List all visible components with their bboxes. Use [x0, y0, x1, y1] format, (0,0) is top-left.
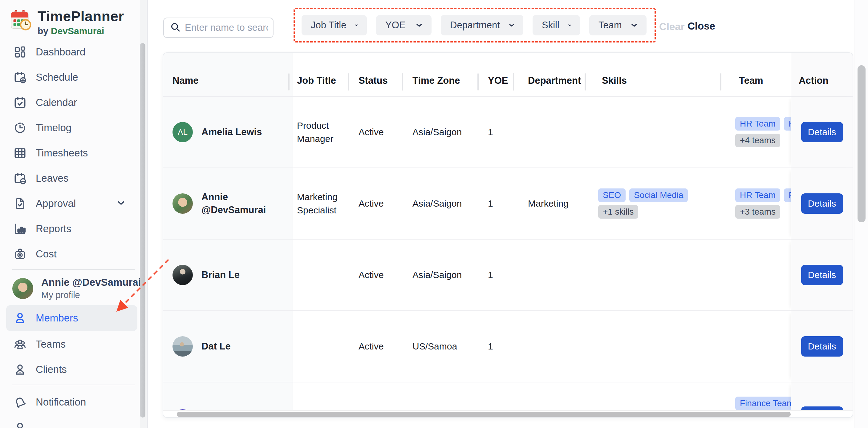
- calendar-check-icon: [13, 96, 27, 109]
- job-title-cell: Product Manager: [293, 383, 355, 411]
- table-grid-icon: [13, 146, 27, 160]
- member-name: Dat Le: [202, 340, 231, 353]
- status-cell: Active: [355, 97, 409, 167]
- profile-name: Annie @DevSamurai: [41, 276, 141, 288]
- people-group-icon: [13, 338, 27, 351]
- sidebar-item-clients[interactable]: Clients: [0, 357, 147, 382]
- member-name-cell: Dat Le: [163, 311, 293, 382]
- column-header-skills[interactable]: Skills: [598, 53, 735, 96]
- sidebar-item-notification[interactable]: Notification: [0, 390, 147, 415]
- header-separator: [477, 73, 479, 91]
- table-row: Brian Le Active Asia/Saigon 1 Details: [163, 239, 852, 310]
- sidebar-item-approval[interactable]: Approval: [0, 191, 147, 216]
- app-byline: byDevSamurai: [38, 26, 124, 36]
- column-header-department[interactable]: Department: [524, 53, 598, 96]
- member-name-cell: [163, 383, 293, 411]
- profile-block[interactable]: Annie @DevSamurai My profile: [0, 271, 147, 304]
- more-teams-badge: +3 teams: [735, 205, 780, 219]
- member-name-cell: Annie @DevSamurai: [163, 168, 293, 239]
- chevron-down-icon[interactable]: [116, 198, 126, 209]
- sidebar-item-label: Timelog: [36, 122, 71, 134]
- department-cell: Marketing: [524, 168, 598, 239]
- sidebar-item-timesheets[interactable]: Timesheets: [0, 140, 147, 166]
- status-cell: Active: [355, 168, 409, 239]
- sidebar-item-cost[interactable]: Cost: [0, 241, 147, 267]
- horizontal-scrollbar-thumb[interactable]: [177, 412, 791, 417]
- skill-chip: SEO: [598, 189, 626, 202]
- member-name: Amelia Lewis: [202, 126, 262, 138]
- window-scrollbar-thumb[interactable]: [858, 65, 866, 222]
- column-header-name[interactable]: Name: [163, 53, 293, 96]
- action-cell: Details: [791, 311, 852, 382]
- sidebar-item-calendar[interactable]: Calendar: [0, 90, 147, 115]
- column-header-job-title[interactable]: Job Title: [293, 53, 355, 96]
- filter-skill[interactable]: Skill: [533, 15, 580, 35]
- table-row: AL Amelia Lewis Product Manager Active A…: [163, 96, 852, 167]
- sidebar-item-leaves[interactable]: Leaves: [0, 166, 147, 191]
- team-chip: Finance Team: [735, 397, 791, 410]
- table-viewport: Name Job Title Status Time Zone YOE Depa…: [163, 53, 852, 411]
- sidebar-item-timelog[interactable]: Timelog: [0, 115, 147, 140]
- action-cell: Details: [791, 383, 852, 411]
- sidebar-item-partial[interactable]: [0, 415, 147, 428]
- details-button[interactable]: Details: [801, 193, 843, 214]
- header-separator: [402, 73, 403, 91]
- details-button[interactable]: Details: [801, 122, 843, 142]
- column-header-team[interactable]: Team: [735, 53, 791, 96]
- yoe-cell: 1: [484, 311, 524, 382]
- search-input[interactable]: [185, 22, 268, 33]
- app-title: TimePlanner: [38, 8, 124, 25]
- column-header-status[interactable]: Status: [355, 53, 409, 96]
- dashboard-icon: [13, 45, 27, 59]
- search-field[interactable]: [163, 18, 274, 38]
- avatar: [173, 336, 193, 357]
- sidebar-divider: [12, 385, 135, 385]
- chevron-down-icon: [415, 21, 424, 30]
- avatar: AL: [173, 122, 193, 142]
- sidebar-scrollbar-thumb[interactable]: [140, 43, 145, 418]
- sidebar-item-label: Clients: [36, 364, 67, 375]
- sidebar-item-label: Notification: [36, 396, 86, 408]
- yoe-cell: 1: [484, 239, 524, 310]
- column-header-yoe[interactable]: YOE: [484, 53, 524, 96]
- details-button[interactable]: Details: [801, 265, 843, 285]
- chevron-down-icon: [354, 21, 359, 30]
- filter-yoe[interactable]: YOE: [376, 15, 432, 35]
- sidebar-item-teams[interactable]: Teams: [0, 332, 147, 357]
- column-header-time-zone[interactable]: Time Zone: [409, 53, 484, 96]
- job-title-cell: [293, 239, 355, 310]
- clear-filters-button[interactable]: Clear: [659, 21, 685, 33]
- member-name: Brian Le: [202, 268, 240, 282]
- chevron-down-icon: [630, 21, 639, 30]
- filter-department[interactable]: Department: [441, 15, 523, 35]
- table-header-row: Name Job Title Status Time Zone YOE Depa…: [163, 53, 852, 96]
- skills-cell: [598, 239, 735, 310]
- team-chip: HR Team: [735, 117, 780, 131]
- calendar-plus-icon: [13, 71, 27, 84]
- team-cell: HR Team Finance Team +3 teams: [735, 168, 791, 239]
- close-filters-button[interactable]: Close: [687, 20, 715, 32]
- sidebar-item-dashboard[interactable]: Dashboard: [0, 39, 147, 65]
- filter-job-title[interactable]: Job Title: [302, 15, 367, 35]
- profile-subtitle: My profile: [41, 290, 141, 300]
- sidebar-item-members[interactable]: Members: [6, 305, 137, 331]
- column-header-action: Action: [791, 53, 852, 96]
- bar-chart-icon: [13, 222, 27, 235]
- sidebar-item-label: Timesheets: [36, 147, 88, 159]
- sidebar: TimePlanner byDevSamurai Dashboard Sched…: [0, 0, 148, 428]
- sidebar-item-schedule[interactable]: Schedule: [0, 65, 147, 90]
- filter-group-highlight: Job Title YOE Department Skill Team: [293, 8, 656, 42]
- person-icon: [13, 311, 27, 325]
- sidebar-divider: [12, 269, 135, 270]
- job-title-cell: Marketing Specialist: [293, 168, 355, 239]
- department-cell: [524, 311, 598, 382]
- member-name-cell: AL Amelia Lewis: [163, 97, 293, 167]
- members-table-card: Name Job Title Status Time Zone YOE Depa…: [163, 52, 853, 418]
- filter-team[interactable]: Team: [589, 15, 647, 35]
- bell-icon: [12, 394, 29, 411]
- calendar-minus-icon: [13, 172, 27, 185]
- sidebar-item-reports[interactable]: Reports: [0, 216, 147, 241]
- sidebar-item-label: Approval: [36, 198, 76, 209]
- details-button[interactable]: Details: [801, 336, 843, 357]
- sidebar-scrollbar-track: [140, 0, 147, 428]
